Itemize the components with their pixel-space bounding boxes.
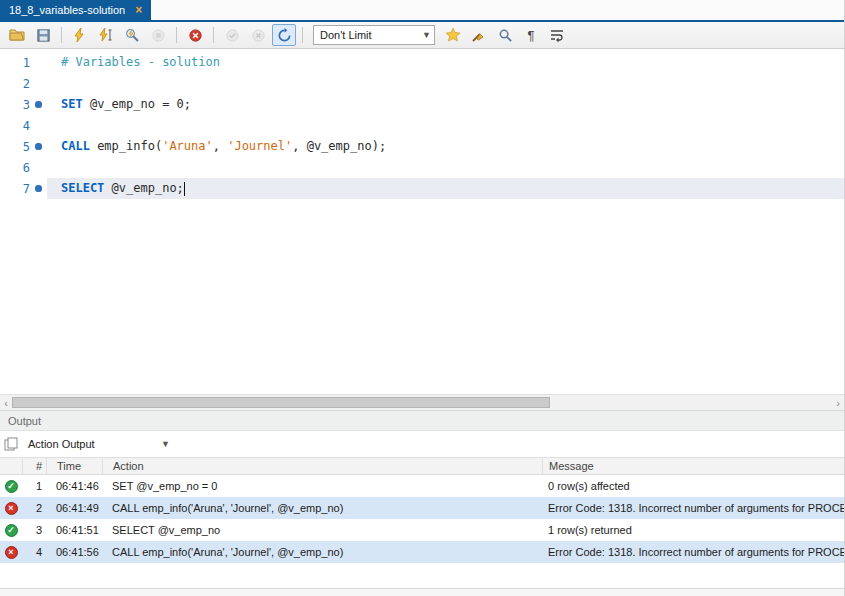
find-button[interactable] bbox=[493, 24, 517, 46]
mysql-workbench-window: 18_8_variables-solution × bbox=[0, 0, 845, 596]
token-plain: @v_emp_no; bbox=[104, 181, 183, 195]
token-string: 'Journel' bbox=[227, 139, 292, 153]
toggle-stop-on-error-button[interactable] bbox=[183, 24, 207, 46]
row-message: 0 row(s) affected bbox=[542, 480, 844, 492]
editor-horizontal-scrollbar[interactable]: ‹ › bbox=[0, 394, 844, 410]
code-line[interactable]: 2 bbox=[0, 73, 844, 94]
column-time[interactable]: Time bbox=[46, 458, 102, 474]
code-line[interactable]: 4 bbox=[0, 115, 844, 136]
code-text[interactable]: # Variables - solution bbox=[47, 52, 844, 73]
row-message: Error Code: 1318. Incorrect number of ar… bbox=[542, 502, 844, 514]
code-line[interactable]: 6 bbox=[0, 157, 844, 178]
execute-lightning-icon bbox=[72, 27, 88, 43]
row-action: SELECT @v_emp_no bbox=[102, 524, 542, 536]
output-view-dropdown[interactable]: Action Output ▼ bbox=[24, 434, 174, 454]
toolbar-separator bbox=[176, 27, 177, 43]
execute-current-statement-button[interactable] bbox=[94, 24, 118, 46]
token-keyword: SELECT bbox=[61, 181, 104, 195]
row-time: 06:41:46 bbox=[46, 480, 102, 492]
output-grid-header: # Time Action Message bbox=[0, 457, 844, 475]
statement-marker-icon bbox=[30, 101, 47, 108]
output-row[interactable]: ×406:41:56CALL emp_info('Aruna', 'Journe… bbox=[0, 541, 844, 563]
token-plain: emp_info( bbox=[90, 139, 162, 153]
output-row[interactable]: ✓106:41:46SET @v_emp_no = 00 row(s) affe… bbox=[0, 475, 844, 497]
sql-editor[interactable]: 1# Variables - solution23SET @v_emp_no =… bbox=[0, 49, 844, 394]
stop-on-error-icon bbox=[188, 28, 203, 43]
toolbar-separator bbox=[61, 27, 62, 43]
row-message: Error Code: 1318. Incorrect number of ar… bbox=[542, 546, 844, 558]
save-script-button[interactable] bbox=[31, 24, 55, 46]
row-time: 06:41:49 bbox=[46, 502, 102, 514]
explain-button[interactable] bbox=[120, 24, 144, 46]
statement-marker-icon bbox=[30, 185, 47, 192]
column-status bbox=[0, 458, 22, 474]
row-index: 4 bbox=[22, 546, 46, 558]
output-row[interactable]: ✓306:41:51SELECT @v_emp_no1 row(s) retur… bbox=[0, 519, 844, 541]
editor-tab-bar: 18_8_variables-solution × bbox=[0, 0, 844, 22]
line-number: 2 bbox=[0, 77, 30, 91]
output-rows: ✓106:41:46SET @v_emp_no = 00 row(s) affe… bbox=[0, 475, 844, 563]
chevron-down-icon: ▼ bbox=[419, 26, 434, 44]
toolbar-separator bbox=[213, 27, 214, 43]
toggle-word-wrap-button[interactable] bbox=[545, 24, 569, 46]
line-number: 3 bbox=[0, 98, 30, 112]
code-line[interactable]: 1# Variables - solution bbox=[0, 52, 844, 73]
autocommit-icon bbox=[277, 28, 292, 43]
status-cell: × bbox=[0, 502, 22, 515]
toggle-autocommit-button[interactable] bbox=[272, 24, 296, 46]
output-empty-area bbox=[0, 563, 844, 588]
scrollbar-thumb[interactable] bbox=[12, 397, 550, 408]
token-keyword: SET bbox=[61, 97, 83, 111]
toolbar-separator bbox=[302, 27, 303, 43]
tab-close-icon[interactable]: × bbox=[135, 4, 142, 16]
column-message[interactable]: Message bbox=[542, 458, 844, 474]
chevron-down-icon: ▼ bbox=[161, 439, 170, 449]
execute-button[interactable] bbox=[68, 24, 92, 46]
open-folder-icon bbox=[9, 27, 25, 43]
code-text[interactable]: SELECT @v_emp_no; bbox=[47, 178, 844, 199]
output-row[interactable]: ×206:41:49CALL emp_info('Aruna', 'Journe… bbox=[0, 497, 844, 519]
open-script-button[interactable] bbox=[5, 24, 29, 46]
success-icon: ✓ bbox=[5, 480, 18, 493]
status-bar bbox=[0, 588, 844, 596]
limit-rows-dropdown[interactable]: Don't Limit ▼ bbox=[313, 25, 435, 45]
line-number: 4 bbox=[0, 119, 30, 133]
scroll-left-arrow-icon[interactable]: ‹ bbox=[0, 395, 12, 410]
code-line[interactable]: 5CALL emp_info('Aruna', 'Journel', @v_em… bbox=[0, 136, 844, 157]
column-action[interactable]: Action bbox=[102, 458, 542, 474]
beautify-button[interactable] bbox=[467, 24, 491, 46]
code-line[interactable]: 7SELECT @v_emp_no; bbox=[0, 178, 844, 199]
rollback-button bbox=[246, 24, 270, 46]
token-comment: # Variables - solution bbox=[61, 55, 220, 69]
sql-editor-toolbar: Don't Limit ▼ ¶ bbox=[0, 22, 844, 49]
stop-icon bbox=[151, 28, 166, 43]
row-time: 06:41:51 bbox=[46, 524, 102, 536]
statement-marker-icon bbox=[30, 143, 47, 150]
row-action: SET @v_emp_no = 0 bbox=[102, 480, 542, 492]
line-number: 7 bbox=[0, 182, 30, 196]
show-invisible-characters-button[interactable]: ¶ bbox=[519, 24, 543, 46]
add-snippet-button[interactable] bbox=[441, 24, 465, 46]
pilcrow-icon: ¶ bbox=[528, 28, 535, 43]
code-text[interactable] bbox=[47, 157, 844, 178]
save-icon bbox=[36, 28, 51, 43]
commit-button bbox=[220, 24, 244, 46]
row-action: CALL emp_info('Aruna', 'Journel', @v_emp… bbox=[102, 546, 542, 558]
status-cell: ✓ bbox=[0, 524, 22, 537]
line-number: 6 bbox=[0, 161, 30, 175]
scroll-right-arrow-icon[interactable]: › bbox=[832, 395, 844, 410]
token-keyword: CALL bbox=[61, 139, 90, 153]
editor-lines: 1# Variables - solution23SET @v_emp_no =… bbox=[0, 52, 844, 199]
code-text[interactable] bbox=[47, 115, 844, 136]
code-line[interactable]: 3SET @v_emp_no = 0; bbox=[0, 94, 844, 115]
tab-sql-script[interactable]: 18_8_variables-solution × bbox=[0, 0, 151, 20]
output-panel-title: Output bbox=[8, 415, 41, 427]
commit-icon bbox=[225, 28, 240, 43]
error-icon: × bbox=[5, 502, 18, 515]
code-text[interactable] bbox=[47, 73, 844, 94]
column-index[interactable]: # bbox=[22, 458, 46, 474]
code-text[interactable]: CALL emp_info('Aruna', 'Journel', @v_emp… bbox=[47, 136, 844, 157]
code-text[interactable]: SET @v_emp_no = 0; bbox=[47, 94, 844, 115]
status-cell: ✓ bbox=[0, 480, 22, 493]
beautify-broom-icon bbox=[471, 27, 487, 43]
